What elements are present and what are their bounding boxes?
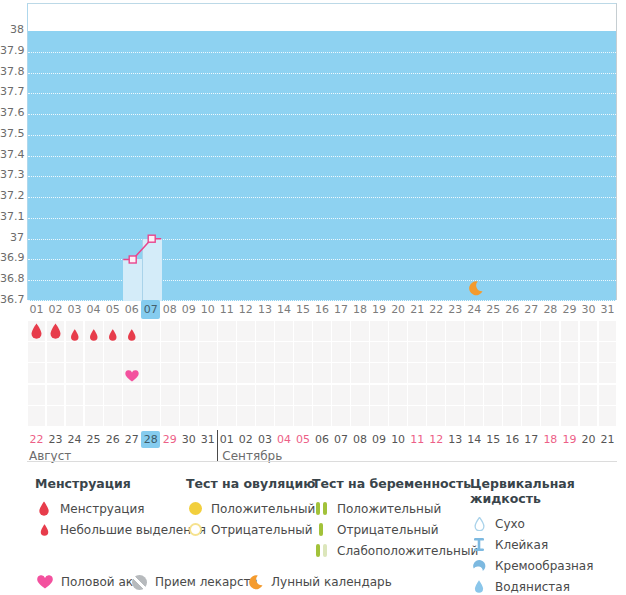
chart-day-cell[interactable]: 07 bbox=[141, 300, 160, 319]
legend-item-label: Положительный bbox=[337, 502, 441, 516]
calendar-date-cell[interactable]: 15 bbox=[484, 431, 503, 448]
chart-day-cell[interactable]: 09 bbox=[179, 300, 198, 319]
calendar-date-cell[interactable]: 27 bbox=[122, 431, 141, 448]
chart-day-cell[interactable]: 19 bbox=[370, 300, 389, 319]
calendar-date-cell[interactable]: 28 bbox=[141, 431, 160, 448]
tracker-grid-cell bbox=[104, 406, 122, 426]
calendar-date-cell[interactable]: 14 bbox=[465, 431, 484, 448]
chart-day-cell[interactable]: 14 bbox=[274, 300, 293, 319]
medication-icon bbox=[130, 574, 148, 590]
legend-header: Менструация bbox=[35, 476, 206, 491]
tracker-grid-cell bbox=[408, 385, 426, 405]
calendar-date-cell[interactable]: 05 bbox=[293, 431, 312, 448]
chart-day-cell[interactable]: 28 bbox=[541, 300, 560, 319]
calendar-date-cell[interactable]: 23 bbox=[46, 431, 65, 448]
chart-day-cell[interactable]: 11 bbox=[217, 300, 236, 319]
chart-day-cell[interactable]: 31 bbox=[598, 300, 617, 319]
tracker-grid-cell bbox=[161, 363, 179, 383]
calendar-date-cell[interactable]: 01 bbox=[217, 431, 236, 448]
chart-day-cell[interactable]: 03 bbox=[65, 300, 84, 319]
tracker-grid-cell bbox=[408, 321, 426, 341]
y-axis-tick-label: 37.2 bbox=[0, 189, 24, 203]
calendar-date-cell[interactable]: 16 bbox=[503, 431, 522, 448]
chart-day-cell[interactable]: 24 bbox=[465, 300, 484, 319]
tracker-grid-cell bbox=[142, 321, 160, 341]
chart-day-cell[interactable]: 02 bbox=[46, 300, 65, 319]
chart-day-cell[interactable]: 21 bbox=[408, 300, 427, 319]
tracker-grid-cell bbox=[218, 406, 236, 426]
legend-item-label: Положительный bbox=[211, 502, 315, 516]
calendar-date-cell[interactable]: 02 bbox=[236, 431, 255, 448]
intercourse-heart-icon bbox=[125, 367, 139, 386]
calendar-date-cell[interactable]: 26 bbox=[103, 431, 122, 448]
chart-day-axis: 0102030405060708091011121314151617181920… bbox=[27, 300, 617, 320]
calendar-date-cell[interactable]: 29 bbox=[160, 431, 179, 448]
tracker-grid-cell bbox=[66, 385, 84, 405]
chart-day-cell[interactable]: 05 bbox=[103, 300, 122, 319]
calendar-date-cell[interactable]: 13 bbox=[446, 431, 465, 448]
calendar-date-cell[interactable]: 31 bbox=[198, 431, 217, 448]
chart-day-cell[interactable]: 15 bbox=[293, 300, 312, 319]
calendar-date-cell[interactable]: 18 bbox=[541, 431, 560, 448]
chart-day-cell[interactable]: 29 bbox=[560, 300, 579, 319]
tracker-grid-cell bbox=[218, 363, 236, 383]
tracker-grid-cell bbox=[180, 342, 198, 362]
gridline bbox=[28, 52, 616, 53]
calendar-date-cell[interactable]: 12 bbox=[427, 431, 446, 448]
chart-day-cell[interactable]: 13 bbox=[255, 300, 274, 319]
legend-header: Цервикальная жидкость bbox=[470, 476, 626, 506]
calendar-date-cell[interactable]: 19 bbox=[560, 431, 579, 448]
chart-day-cell[interactable]: 22 bbox=[427, 300, 446, 319]
chart-day-cell[interactable]: 10 bbox=[198, 300, 217, 319]
chart-day-cell[interactable]: 06 bbox=[122, 300, 141, 319]
calendar-date-cell[interactable]: 09 bbox=[370, 431, 389, 448]
calendar-date-cell[interactable]: 22 bbox=[27, 431, 46, 448]
chart-day-cell[interactable]: 08 bbox=[160, 300, 179, 319]
tracker-grid-cell bbox=[465, 321, 483, 341]
chart-day-cell[interactable]: 12 bbox=[236, 300, 255, 319]
chart-day-cell[interactable]: 26 bbox=[503, 300, 522, 319]
calendar-date-cell[interactable]: 04 bbox=[274, 431, 293, 448]
tracker-grid-cell bbox=[47, 385, 65, 405]
tracker-grid-cell bbox=[161, 321, 179, 341]
temperature-day-bar bbox=[123, 259, 142, 301]
y-axis-tick-label: 36.8 bbox=[0, 272, 24, 286]
calendar-date-cell[interactable]: 06 bbox=[312, 431, 331, 448]
chart-day-cell[interactable]: 25 bbox=[484, 300, 503, 319]
tracker-grid-cell bbox=[541, 385, 559, 405]
y-axis-tick-label: 37.9 bbox=[0, 44, 24, 58]
chart-day-cell[interactable]: 17 bbox=[332, 300, 351, 319]
legend-item: Прием лекарств bbox=[130, 574, 258, 590]
y-axis-tick-label: 37.7 bbox=[0, 85, 24, 99]
tracker-grid-cell bbox=[47, 406, 65, 426]
calendar-date-cell[interactable]: 21 bbox=[598, 431, 617, 448]
chart-day-cell[interactable]: 20 bbox=[389, 300, 408, 319]
chart-day-cell[interactable]: 18 bbox=[351, 300, 370, 319]
legend-item-label: Лунный календарь bbox=[271, 575, 392, 589]
chart-day-cell[interactable]: 30 bbox=[579, 300, 598, 319]
tracker-grid-cell bbox=[218, 321, 236, 341]
tracker-grid-cell bbox=[256, 406, 274, 426]
tracker-grid-cell bbox=[599, 342, 617, 362]
chart-day-cell[interactable]: 27 bbox=[522, 300, 541, 319]
chart-day-cell[interactable]: 16 bbox=[312, 300, 331, 319]
calendar-date-cell[interactable]: 07 bbox=[332, 431, 351, 448]
calendar-date-cell[interactable]: 08 bbox=[351, 431, 370, 448]
calendar-date-cell[interactable]: 11 bbox=[408, 431, 427, 448]
tracker-grid-cell bbox=[180, 385, 198, 405]
calendar-date-cell[interactable]: 10 bbox=[389, 431, 408, 448]
tracker-grid-cell bbox=[446, 363, 464, 383]
calendar-date-cell[interactable]: 25 bbox=[84, 431, 103, 448]
chart-day-cell[interactable]: 04 bbox=[84, 300, 103, 319]
legend-item: Половой акт bbox=[36, 574, 140, 590]
tracker-grid-cell bbox=[389, 385, 407, 405]
pregnancy-weak-positive-icon bbox=[312, 543, 330, 559]
calendar-date-cell[interactable]: 30 bbox=[179, 431, 198, 448]
calendar-date-cell[interactable]: 17 bbox=[522, 431, 541, 448]
chart-day-cell[interactable]: 23 bbox=[446, 300, 465, 319]
calendar-date-cell[interactable]: 24 bbox=[65, 431, 84, 448]
chart-day-cell[interactable]: 01 bbox=[27, 300, 46, 319]
calendar-date-cell[interactable]: 20 bbox=[579, 431, 598, 448]
calendar-date-cell[interactable]: 03 bbox=[255, 431, 274, 448]
tracker-grid-cell bbox=[446, 406, 464, 426]
